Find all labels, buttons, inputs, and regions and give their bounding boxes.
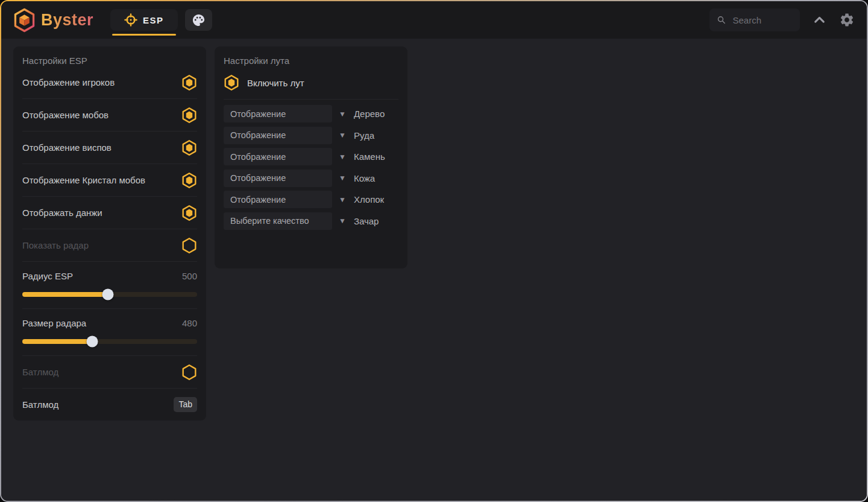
search-icon xyxy=(717,14,726,26)
select-placeholder: Отображение xyxy=(230,130,286,140)
radius-esp-value: 500 xyxy=(182,271,197,281)
loot-category-label: Камень xyxy=(354,151,385,162)
slider-thumb[interactable] xyxy=(102,289,114,300)
esp-toggle-list: Отображение игроков Отображение мобов От… xyxy=(22,66,197,262)
loot-select[interactable]: Отображение xyxy=(224,105,332,122)
slider-fill xyxy=(22,292,108,297)
loot-select[interactable]: Отображение xyxy=(224,170,332,187)
hexagon-toggle-icon[interactable] xyxy=(181,107,197,124)
radius-esp-slider[interactable] xyxy=(22,292,197,297)
loot-dropdown-row: Отображение ▼ Дерево xyxy=(224,105,398,122)
loot-category-label: Хлопок xyxy=(354,194,384,205)
enable-loot-toggle-row[interactable]: Включить лут xyxy=(224,66,398,100)
brand: Byster xyxy=(13,8,93,33)
radar-size-value: 480 xyxy=(182,318,197,328)
window-body: Byster ESP xyxy=(1,1,867,501)
caret-down-icon[interactable]: ▼ xyxy=(339,174,346,182)
settings-button[interactable] xyxy=(839,12,855,28)
caret-down-icon[interactable]: ▼ xyxy=(339,217,346,225)
search-input[interactable] xyxy=(731,14,793,26)
loot-dropdown-row: Отображение ▼ Хлопок xyxy=(224,191,398,208)
header-actions xyxy=(709,8,855,31)
hexagon-toggle-icon[interactable] xyxy=(224,74,239,91)
toggle-label: Отображать данжи xyxy=(22,208,102,218)
toggle-row[interactable]: Отображение виспов xyxy=(22,132,197,164)
loot-select[interactable]: Отображение xyxy=(224,127,332,144)
enable-loot-label: Включить лут xyxy=(247,78,304,88)
toggle-row-battlemode[interactable]: Батлмод xyxy=(22,356,197,389)
caret-down-icon[interactable]: ▼ xyxy=(339,195,346,204)
select-placeholder: Отображение xyxy=(230,195,286,205)
caret-down-icon[interactable]: ▼ xyxy=(339,131,346,139)
slider-fill xyxy=(22,339,92,344)
brand-name: Byster xyxy=(41,11,93,30)
hexagon-toggle-icon[interactable] xyxy=(181,205,197,221)
palette-icon xyxy=(192,13,206,27)
tab-esp[interactable]: ESP xyxy=(110,9,178,31)
esp-panel-title: Настройки ESP xyxy=(22,46,197,66)
toggle-row[interactable]: Отображение мобов xyxy=(22,99,197,132)
keybind-badge[interactable]: Tab xyxy=(174,397,197,412)
chevron-up-icon xyxy=(812,13,827,28)
hexagon-toggle-icon[interactable] xyxy=(181,172,197,189)
select-placeholder: Отображение xyxy=(230,109,286,119)
toggle-label: Показать радар xyxy=(22,240,89,250)
select-placeholder: Выберите качество xyxy=(230,216,309,226)
loot-category-label: Руда xyxy=(354,130,374,141)
loot-dropdown-row: Выберите качество ▼ Зачар xyxy=(224,212,398,230)
caret-down-icon[interactable]: ▼ xyxy=(339,110,346,118)
app-window: Byster ESP xyxy=(0,0,868,502)
loot-dropdown-list: Отображение ▼ Дерево Отображение ▼ Руда … xyxy=(224,100,398,268)
toggle-row[interactable]: Отображение игроков xyxy=(22,66,197,99)
caret-down-icon[interactable]: ▼ xyxy=(339,153,346,161)
radar-size-label: Размер радара xyxy=(22,318,86,328)
select-placeholder: Отображение xyxy=(230,152,286,162)
hexagon-toggle-icon[interactable] xyxy=(181,74,197,91)
tab-esp-label: ESP xyxy=(143,15,164,25)
battlemode-keybind-label: Батлмод xyxy=(22,399,58,410)
loot-dropdown-row: Отображение ▼ Руда xyxy=(224,127,398,144)
collapse-button[interactable] xyxy=(812,13,827,28)
tab-bar: ESP xyxy=(110,1,212,39)
loot-dropdown-row: Отображение ▼ Кожа xyxy=(224,170,398,187)
main-content: Настройки ESP Отображение игроков Отобра… xyxy=(1,39,867,501)
slider-thumb[interactable] xyxy=(87,336,98,348)
toggle-label: Отображение Кристал мобов xyxy=(22,175,145,185)
radar-size-slider[interactable] xyxy=(22,339,197,344)
hexagon-toggle-icon[interactable] xyxy=(181,364,197,381)
select-placeholder: Отображение xyxy=(230,173,286,183)
toggle-row[interactable]: Отображать данжи xyxy=(22,197,197,229)
battlemode-label: Батлмод xyxy=(22,367,58,377)
loot-panel-title: Настройки лута xyxy=(224,46,398,66)
loot-settings-panel: Настройки лута Включить лут Отображение … xyxy=(215,46,407,268)
battlemode-keybind-row: Батлмод Tab xyxy=(22,389,197,421)
toggle-label: Отображение мобов xyxy=(22,110,108,120)
toggle-label: Отображение игроков xyxy=(22,77,115,87)
radar-size-group: Размер радара 480 xyxy=(22,309,197,356)
hexagon-toggle-icon[interactable] xyxy=(181,139,197,156)
loot-category-label: Кожа xyxy=(354,173,375,183)
toggle-row[interactable]: Показать радар xyxy=(22,229,197,262)
loot-category-label: Дерево xyxy=(354,109,385,119)
gear-icon xyxy=(839,12,855,28)
radius-esp-group: Радиус ESP 500 xyxy=(22,262,197,309)
toggle-row[interactable]: Отображение Кристал мобов xyxy=(22,164,197,197)
loot-category-label: Зачар xyxy=(354,216,379,226)
loot-select[interactable]: Отображение xyxy=(224,148,332,165)
loot-select[interactable]: Выберите качество xyxy=(224,212,332,230)
radius-esp-label: Радиус ESP xyxy=(22,271,73,281)
byster-logo-icon xyxy=(13,8,36,33)
esp-settings-panel: Настройки ESP Отображение игроков Отобра… xyxy=(13,46,206,421)
loot-dropdown-row: Отображение ▼ Камень xyxy=(224,148,398,165)
crosshair-icon xyxy=(124,13,137,27)
search-box[interactable] xyxy=(709,8,800,31)
toggle-label: Отображение виспов xyxy=(22,142,112,153)
hexagon-toggle-icon[interactable] xyxy=(181,237,197,254)
header: Byster ESP xyxy=(1,1,867,39)
loot-select[interactable]: Отображение xyxy=(224,191,332,208)
tab-theme[interactable] xyxy=(185,9,212,31)
